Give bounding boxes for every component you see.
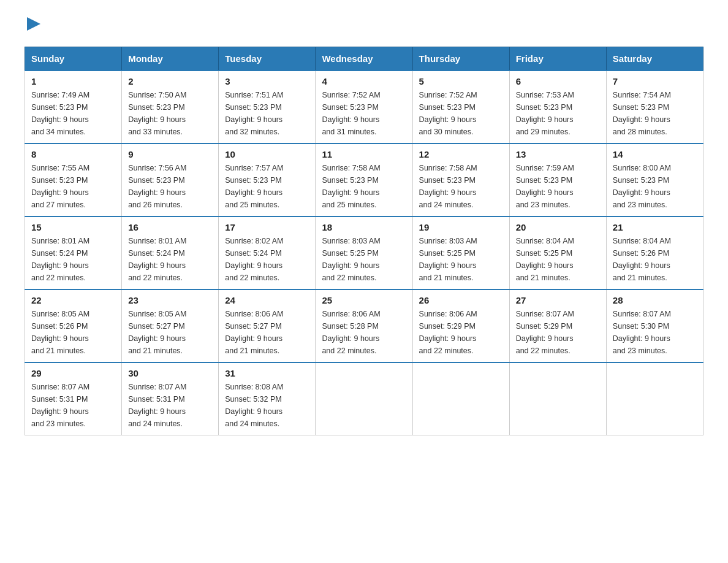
calendar-cell: 31 Sunrise: 8:08 AMSunset: 5:32 PMDaylig…: [219, 362, 316, 435]
day-number: 20: [516, 222, 600, 232]
day-info: Sunrise: 8:05 AMSunset: 5:27 PMDaylight:…: [128, 310, 186, 355]
col-header-thursday: Thursday: [412, 47, 509, 71]
day-number: 5: [419, 76, 503, 86]
calendar-cell: 7 Sunrise: 7:54 AMSunset: 5:23 PMDayligh…: [606, 71, 703, 144]
calendar-cell: 20 Sunrise: 8:04 AMSunset: 5:25 PMDaylig…: [509, 216, 606, 289]
day-number: 3: [225, 76, 309, 86]
calendar-cell: 22 Sunrise: 8:05 AMSunset: 5:26 PMDaylig…: [25, 289, 122, 362]
calendar-week-row: 15 Sunrise: 8:01 AMSunset: 5:24 PMDaylig…: [25, 216, 703, 289]
day-info: Sunrise: 8:02 AMSunset: 5:24 PMDaylight:…: [225, 237, 283, 282]
day-number: 28: [613, 295, 697, 305]
col-header-tuesday: Tuesday: [219, 47, 316, 71]
calendar-cell: 21 Sunrise: 8:04 AMSunset: 5:26 PMDaylig…: [606, 216, 703, 289]
day-number: 19: [419, 222, 503, 232]
day-info: Sunrise: 7:53 AMSunset: 5:23 PMDaylight:…: [516, 91, 574, 136]
calendar-cell: 24 Sunrise: 8:06 AMSunset: 5:27 PMDaylig…: [219, 289, 316, 362]
day-number: 18: [322, 222, 406, 232]
day-info: Sunrise: 8:00 AMSunset: 5:23 PMDaylight:…: [613, 164, 671, 209]
calendar-cell: 29 Sunrise: 8:07 AMSunset: 5:31 PMDaylig…: [25, 362, 122, 435]
calendar-cell: 18 Sunrise: 8:03 AMSunset: 5:25 PMDaylig…: [316, 216, 412, 289]
col-header-wednesday: Wednesday: [316, 47, 412, 71]
day-info: Sunrise: 7:57 AMSunset: 5:23 PMDaylight:…: [225, 164, 283, 209]
day-info: Sunrise: 8:01 AMSunset: 5:24 PMDaylight:…: [31, 237, 89, 282]
day-number: 26: [419, 295, 503, 305]
day-info: Sunrise: 8:08 AMSunset: 5:32 PMDaylight:…: [225, 383, 283, 428]
day-info: Sunrise: 8:07 AMSunset: 5:31 PMDaylight:…: [128, 383, 186, 428]
day-number: 17: [225, 222, 309, 232]
calendar-week-row: 1 Sunrise: 7:49 AMSunset: 5:23 PMDayligh…: [25, 71, 703, 144]
calendar-table: SundayMondayTuesdayWednesdayThursdayFrid…: [25, 47, 703, 435]
calendar-cell: 4 Sunrise: 7:52 AMSunset: 5:23 PMDayligh…: [316, 71, 412, 144]
day-number: 16: [128, 222, 212, 232]
calendar-week-row: 22 Sunrise: 8:05 AMSunset: 5:26 PMDaylig…: [25, 289, 703, 362]
day-number: 4: [322, 76, 406, 86]
day-info: Sunrise: 7:56 AMSunset: 5:23 PMDaylight:…: [128, 164, 186, 209]
calendar-cell: 10 Sunrise: 7:57 AMSunset: 5:23 PMDaylig…: [219, 144, 316, 216]
day-info: Sunrise: 7:49 AMSunset: 5:23 PMDaylight:…: [31, 91, 89, 136]
day-info: Sunrise: 8:01 AMSunset: 5:24 PMDaylight:…: [128, 237, 186, 282]
day-number: 9: [128, 149, 212, 159]
day-number: 1: [31, 76, 115, 86]
day-info: Sunrise: 7:58 AMSunset: 5:23 PMDaylight:…: [419, 164, 477, 209]
day-number: 10: [225, 149, 309, 159]
day-number: 27: [516, 295, 600, 305]
calendar-cell: 6 Sunrise: 7:53 AMSunset: 5:23 PMDayligh…: [509, 71, 606, 144]
calendar-cell: 28 Sunrise: 8:07 AMSunset: 5:30 PMDaylig…: [606, 289, 703, 362]
day-number: 6: [516, 76, 600, 86]
day-info: Sunrise: 8:06 AMSunset: 5:27 PMDaylight:…: [225, 310, 283, 355]
calendar-week-row: 29 Sunrise: 8:07 AMSunset: 5:31 PMDaylig…: [25, 362, 703, 435]
day-info: Sunrise: 7:50 AMSunset: 5:23 PMDaylight:…: [128, 91, 186, 136]
calendar-cell: 12 Sunrise: 7:58 AMSunset: 5:23 PMDaylig…: [412, 144, 509, 216]
calendar-cell: [606, 362, 703, 435]
day-number: 8: [31, 149, 115, 159]
col-header-friday: Friday: [509, 47, 606, 71]
logo: [25, 18, 40, 34]
calendar-cell: 5 Sunrise: 7:52 AMSunset: 5:23 PMDayligh…: [412, 71, 509, 144]
calendar-cell: 8 Sunrise: 7:55 AMSunset: 5:23 PMDayligh…: [25, 144, 122, 216]
col-header-monday: Monday: [122, 47, 219, 71]
day-info: Sunrise: 8:07 AMSunset: 5:31 PMDaylight:…: [31, 383, 89, 428]
calendar-header-row: SundayMondayTuesdayWednesdayThursdayFrid…: [25, 47, 703, 71]
day-info: Sunrise: 8:03 AMSunset: 5:25 PMDaylight:…: [322, 237, 380, 282]
page-header: [25, 18, 703, 34]
logo-triangle-icon: [27, 17, 40, 31]
day-number: 21: [613, 222, 697, 232]
day-number: 15: [31, 222, 115, 232]
calendar-cell: 19 Sunrise: 8:03 AMSunset: 5:25 PMDaylig…: [412, 216, 509, 289]
col-header-sunday: Sunday: [25, 47, 122, 71]
day-info: Sunrise: 7:58 AMSunset: 5:23 PMDaylight:…: [322, 164, 380, 209]
calendar-cell: [509, 362, 606, 435]
day-number: 11: [322, 149, 406, 159]
col-header-saturday: Saturday: [606, 47, 703, 71]
calendar-cell: 9 Sunrise: 7:56 AMSunset: 5:23 PMDayligh…: [122, 144, 219, 216]
calendar-cell: 17 Sunrise: 8:02 AMSunset: 5:24 PMDaylig…: [219, 216, 316, 289]
day-info: Sunrise: 8:03 AMSunset: 5:25 PMDaylight:…: [419, 237, 477, 282]
day-info: Sunrise: 8:05 AMSunset: 5:26 PMDaylight:…: [31, 310, 89, 355]
calendar-cell: 16 Sunrise: 8:01 AMSunset: 5:24 PMDaylig…: [122, 216, 219, 289]
day-info: Sunrise: 7:54 AMSunset: 5:23 PMDaylight:…: [613, 91, 671, 136]
calendar-cell: 30 Sunrise: 8:07 AMSunset: 5:31 PMDaylig…: [122, 362, 219, 435]
day-info: Sunrise: 8:06 AMSunset: 5:29 PMDaylight:…: [419, 310, 477, 355]
day-info: Sunrise: 7:55 AMSunset: 5:23 PMDaylight:…: [31, 164, 89, 209]
day-number: 29: [31, 368, 115, 378]
day-number: 25: [322, 295, 406, 305]
svg-marker-0: [27, 17, 40, 31]
day-info: Sunrise: 7:59 AMSunset: 5:23 PMDaylight:…: [516, 164, 574, 209]
day-number: 12: [419, 149, 503, 159]
day-number: 30: [128, 368, 212, 378]
day-number: 14: [613, 149, 697, 159]
calendar-cell: 2 Sunrise: 7:50 AMSunset: 5:23 PMDayligh…: [122, 71, 219, 144]
day-number: 31: [225, 368, 309, 378]
day-number: 7: [613, 76, 697, 86]
calendar-cell: 23 Sunrise: 8:05 AMSunset: 5:27 PMDaylig…: [122, 289, 219, 362]
calendar-cell: 26 Sunrise: 8:06 AMSunset: 5:29 PMDaylig…: [412, 289, 509, 362]
day-info: Sunrise: 7:52 AMSunset: 5:23 PMDaylight:…: [419, 91, 477, 136]
day-info: Sunrise: 8:04 AMSunset: 5:26 PMDaylight:…: [613, 237, 671, 282]
calendar-cell: [316, 362, 412, 435]
day-number: 2: [128, 76, 212, 86]
calendar-cell: 25 Sunrise: 8:06 AMSunset: 5:28 PMDaylig…: [316, 289, 412, 362]
day-info: Sunrise: 7:51 AMSunset: 5:23 PMDaylight:…: [225, 91, 283, 136]
day-info: Sunrise: 8:04 AMSunset: 5:25 PMDaylight:…: [516, 237, 574, 282]
calendar-week-row: 8 Sunrise: 7:55 AMSunset: 5:23 PMDayligh…: [25, 144, 703, 216]
day-number: 24: [225, 295, 309, 305]
